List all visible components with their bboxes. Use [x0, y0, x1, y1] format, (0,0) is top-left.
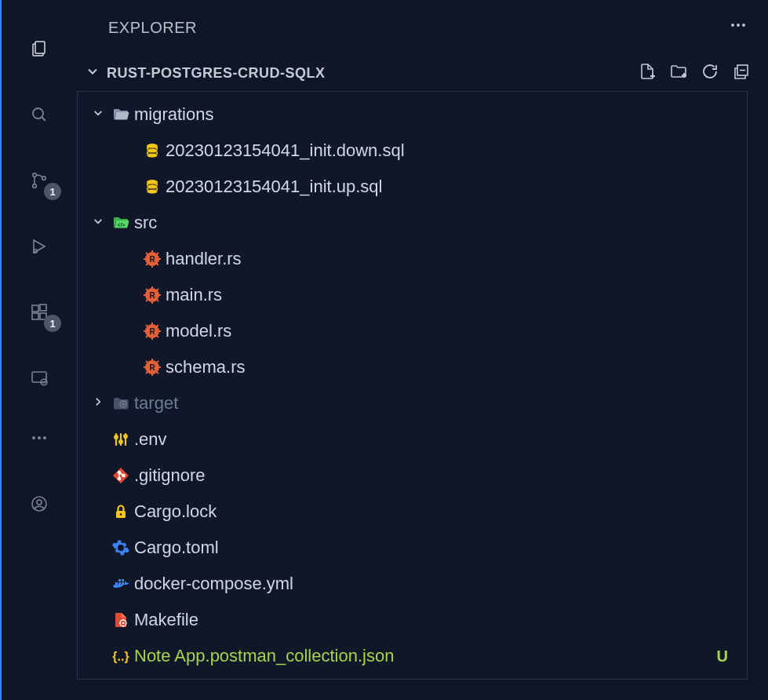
tree-row[interactable]: target	[78, 385, 747, 421]
db-icon	[139, 141, 166, 160]
section-actions	[638, 62, 751, 84]
svg-point-14	[43, 436, 46, 439]
tree-row[interactable]: schema.rs	[78, 349, 747, 385]
svg-point-17	[731, 24, 734, 27]
extensions-icon[interactable]: 1	[20, 293, 58, 331]
svg-point-13	[38, 436, 41, 439]
tree-item-label: target	[134, 393, 178, 414]
source-control-icon[interactable]: 1	[20, 162, 58, 199]
explorer-panel: EXPLORER RUST-POSTGRES-CRUD-SQLX migrati…	[77, 0, 768, 700]
tree-item-label: schema.rs	[166, 357, 245, 377]
tree-row[interactable]: .env	[78, 421, 747, 458]
new-file-icon[interactable]	[638, 62, 657, 84]
refresh-icon[interactable]	[701, 62, 719, 84]
folder-open-icon	[107, 105, 134, 124]
explorer-title: EXPLORER	[108, 19, 197, 37]
tree-item-label: src	[134, 213, 157, 233]
tree-row[interactable]: 20230123154041_init.down.sql	[78, 133, 747, 169]
svg-rect-0	[35, 42, 45, 53]
search-icon[interactable]	[20, 96, 58, 133]
run-debug-icon[interactable]	[20, 228, 58, 265]
scm-badge: 1	[44, 183, 61, 200]
chevron-down-icon	[89, 216, 107, 230]
tree-item-label: Makefile	[134, 610, 198, 630]
remote-icon[interactable]	[20, 359, 58, 397]
tree-item-label: migrations	[134, 104, 213, 125]
tree-item-label: Note App.postman_collection.json	[134, 646, 394, 666]
more-icon[interactable]	[20, 419, 58, 457]
tree-row[interactable]: migrations	[78, 97, 747, 133]
collapse-all-icon[interactable]	[732, 62, 751, 84]
svg-rect-7	[32, 313, 38, 319]
tree-row[interactable]: Note App.postman_collection.jsonU	[78, 638, 747, 674]
extensions-badge: 1	[44, 315, 61, 332]
svg-rect-10	[32, 372, 46, 382]
new-folder-icon[interactable]	[669, 62, 688, 84]
tree-row[interactable]: .gitignore	[78, 458, 747, 494]
tree-row[interactable]: Cargo.lock	[78, 494, 747, 530]
tree-row[interactable]: handler.rs	[78, 241, 747, 277]
svg-point-2	[33, 173, 37, 177]
svg-point-12	[32, 436, 35, 439]
svg-point-1	[33, 108, 43, 118]
svg-rect-6	[32, 305, 38, 312]
chevron-down-icon	[85, 65, 100, 81]
rust-icon	[139, 286, 166, 304]
tree-item-label: Cargo.toml	[134, 538, 219, 558]
tree-row[interactable]: 20230123154041_init.up.sql	[78, 169, 747, 205]
svg-rect-9	[40, 304, 46, 311]
tree-row[interactable]: main.rs	[78, 277, 747, 313]
tree-row[interactable]: model.rs	[78, 313, 747, 349]
tree-item-label: Cargo.lock	[134, 501, 217, 522]
folder-target-icon	[107, 394, 134, 413]
rust-icon	[139, 358, 166, 377]
activity-bar: 1 1	[0, 0, 77, 700]
svg-point-16	[37, 500, 42, 505]
folder-src-icon	[107, 213, 134, 232]
rust-icon	[139, 322, 166, 341]
account-icon[interactable]	[20, 485, 58, 523]
tree-item-label: handler.rs	[166, 249, 242, 269]
project-name: RUST-POSTGRES-CRUD-SQLX	[107, 65, 638, 82]
svg-point-19	[742, 24, 745, 27]
svg-point-3	[33, 184, 37, 188]
tree-row[interactable]: Makefile	[78, 602, 747, 638]
explorer-more-icon[interactable]	[729, 16, 748, 39]
rust-icon	[139, 250, 166, 268]
tree-row[interactable]: docker-compose.yml	[78, 566, 747, 602]
chevron-down-icon	[89, 108, 107, 122]
env-icon	[107, 430, 134, 449]
lock-icon	[107, 502, 134, 521]
tree-row[interactable]: Cargo.toml	[78, 530, 747, 566]
docker-icon	[107, 574, 134, 593]
chevron-right-icon	[89, 396, 107, 410]
tree-item-label: 20230123154041_init.down.sql	[166, 140, 405, 161]
explorer-header: EXPLORER	[77, 0, 768, 56]
makefile-icon	[107, 611, 134, 629]
tree-item-label: .gitignore	[134, 465, 206, 486]
gear-icon	[107, 538, 134, 557]
git-status-badge: U	[717, 647, 728, 665]
git-icon	[107, 466, 134, 485]
tree-row[interactable]: src	[78, 205, 747, 241]
tree-item-label: docker-compose.yml	[134, 574, 293, 594]
tree-item-label: 20230123154041_init.up.sql	[166, 177, 382, 197]
db-icon	[139, 177, 166, 196]
explorer-icon[interactable]	[20, 30, 58, 67]
json-icon	[107, 647, 134, 665]
svg-point-18	[737, 24, 740, 27]
tree-item-label: .env	[134, 429, 167, 450]
file-tree: migrations20230123154041_init.down.sql20…	[77, 91, 748, 680]
tree-item-label: main.rs	[166, 285, 222, 305]
tree-item-label: model.rs	[166, 321, 231, 341]
project-section-header[interactable]: RUST-POSTGRES-CRUD-SQLX	[77, 56, 768, 91]
